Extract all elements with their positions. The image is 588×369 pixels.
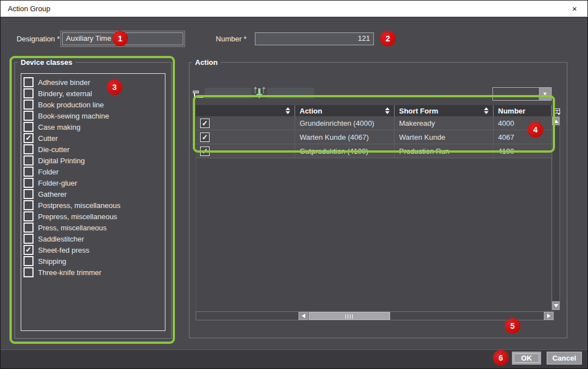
checkbox[interactable] — [23, 223, 34, 233]
close-icon[interactable]: × — [562, 1, 587, 17]
checkbox[interactable] — [23, 211, 34, 221]
horizontal-scrollbar-thumb[interactable] — [309, 312, 390, 320]
sort-arrows-icon[interactable] — [286, 107, 290, 114]
device-class-item[interactable]: Die-cutter — [21, 144, 165, 155]
device-class-label: Book production line — [38, 101, 104, 109]
device-class-label: Adhesive binder — [38, 78, 90, 87]
device-class-item[interactable]: Adhesive binder — [21, 77, 165, 88]
action-table: Action Short Form Number ✓ Grundeinricht… — [196, 105, 552, 158]
device-class-item[interactable]: Folder-gluer — [21, 177, 165, 188]
cell-action: Warten Kunde (4067) — [295, 130, 395, 144]
device-class-item[interactable]: Three-knife trimmer — [21, 267, 165, 278]
view-combobox[interactable]: ▼ — [492, 87, 552, 101]
scroll-up-icon[interactable] — [552, 117, 559, 125]
chevron-down-icon[interactable]: ▼ — [539, 88, 551, 100]
table-row[interactable]: ✓ Gutproduktion (4100) Production Run 41… — [196, 144, 552, 158]
device-class-item[interactable]: Bindery, external — [21, 88, 165, 99]
column-chooser-icon[interactable] — [552, 105, 561, 116]
table-row[interactable]: ✓ Warten Kunde (4067) Warten Kunde 4067 — [196, 130, 552, 144]
column-header-select[interactable] — [196, 105, 295, 116]
annotation-badge-1: 1 — [112, 31, 128, 46]
cancel-button[interactable]: Cancel — [547, 352, 582, 365]
number-input[interactable]: 121 — [255, 32, 374, 45]
annotation-badge-2: 2 — [380, 31, 396, 46]
table-empty-area — [196, 158, 552, 311]
checkbox[interactable] — [23, 122, 34, 132]
device-class-label: Die-cutter — [38, 145, 69, 154]
checkbox[interactable] — [23, 88, 34, 98]
device-class-item[interactable]: ✓ Cutter — [21, 133, 165, 144]
action-groupbox: Action ▼ Action — [189, 58, 567, 338]
checkbox[interactable] — [23, 200, 34, 210]
cell-number: 4067 — [494, 130, 552, 144]
checkbox[interactable] — [23, 155, 34, 165]
device-class-item[interactable]: Book production line — [21, 99, 165, 110]
titlebar: Action Group × — [1, 1, 587, 17]
sort-arrows-icon[interactable] — [385, 107, 390, 114]
annotation-badge-6: 6 — [493, 350, 509, 366]
device-class-label: Case making — [38, 123, 80, 131]
column-header-number[interactable]: Number — [494, 105, 552, 116]
device-class-list[interactable]: Adhesive binder Bindery, external Book p… — [21, 73, 165, 331]
device-class-label: Three-knife trimmer — [38, 268, 101, 277]
ok-button[interactable]: OK — [512, 352, 541, 365]
vertical-scrollbar[interactable] — [552, 116, 560, 310]
device-class-label: Prepress, miscellaneous — [38, 212, 117, 221]
device-classes-groupbox: Device classes Adhesive binder Bindery, … — [15, 58, 172, 339]
row-checkbox[interactable]: ✓ — [200, 119, 210, 128]
checkbox[interactable] — [23, 234, 34, 244]
filter-input-2[interactable] — [267, 88, 314, 99]
device-class-label: Folder-gluer — [38, 179, 77, 187]
checkbox[interactable] — [23, 111, 34, 121]
device-classes-legend: Device classes — [18, 58, 75, 67]
cell-short-form: Production Run — [395, 144, 494, 158]
device-class-label: Digital Printing — [38, 157, 85, 165]
checkbox[interactable] — [23, 100, 34, 110]
designation-label: Designation * — [5, 35, 60, 43]
scroll-right-icon[interactable] — [544, 312, 553, 320]
device-class-item[interactable]: Folder — [21, 166, 165, 177]
checkbox[interactable] — [23, 178, 34, 188]
device-class-item[interactable]: Case making — [21, 121, 165, 133]
column-header-short-form[interactable]: Short Form — [395, 105, 494, 116]
checkbox[interactable]: ✓ — [23, 245, 34, 255]
device-class-item[interactable]: Postpress, miscellaneous — [21, 200, 165, 211]
device-class-label: Shipping — [38, 257, 67, 266]
device-class-item[interactable]: Press, miscellaneous — [21, 222, 165, 233]
device-class-item[interactable]: Shipping — [21, 256, 165, 267]
scroll-left-icon[interactable] — [298, 312, 308, 320]
annotation-badge-5: 5 — [505, 318, 520, 334]
sort-arrows-icon[interactable] — [484, 107, 489, 114]
row-checkbox[interactable]: ✓ — [200, 146, 210, 156]
device-class-item[interactable]: Saddlestitcher — [21, 233, 165, 244]
column-header-action[interactable]: Action — [295, 105, 395, 116]
scroll-down-icon[interactable] — [552, 301, 559, 310]
checkbox[interactable] — [23, 167, 34, 177]
sort-ascending-icon — [254, 87, 264, 100]
horizontal-scrollbar[interactable] — [196, 311, 554, 320]
checkbox[interactable] — [23, 256, 34, 266]
device-class-label: Sheet-fed press — [38, 246, 89, 254]
annotation-badge-4: 4 — [528, 122, 543, 138]
row-checkbox[interactable]: ✓ — [200, 133, 210, 142]
device-class-label: Book-sewing machine — [38, 112, 109, 120]
filter-input-1[interactable] — [205, 88, 252, 99]
device-class-item[interactable]: ✓ Sheet-fed press — [21, 244, 165, 256]
action-group-dialog: Action Group × Designation * Auxiliary T… — [0, 0, 588, 369]
checkbox[interactable] — [23, 144, 34, 154]
device-class-item[interactable]: Book-sewing machine — [21, 110, 165, 121]
filter-icon — [193, 90, 204, 98]
table-row[interactable]: ✓ Grundeinrichten (4000) Makeready 4000 — [196, 116, 552, 130]
checkbox[interactable] — [23, 77, 34, 87]
checkbox[interactable]: ✓ — [23, 133, 34, 143]
device-class-item[interactable]: Gatherer — [21, 188, 165, 200]
device-class-item[interactable]: Prepress, miscellaneous — [21, 211, 165, 222]
checkbox[interactable] — [23, 189, 34, 199]
cell-short-form: Warten Kunde — [395, 130, 494, 144]
device-class-label: Press, miscellaneous — [38, 224, 107, 232]
device-class-item[interactable]: Digital Printing — [21, 155, 165, 166]
number-label: Number * — [197, 35, 246, 43]
checkbox[interactable] — [23, 267, 34, 277]
cell-action: Grundeinrichten (4000) — [295, 116, 395, 130]
device-class-label: Postpress, miscellaneous — [38, 201, 120, 210]
